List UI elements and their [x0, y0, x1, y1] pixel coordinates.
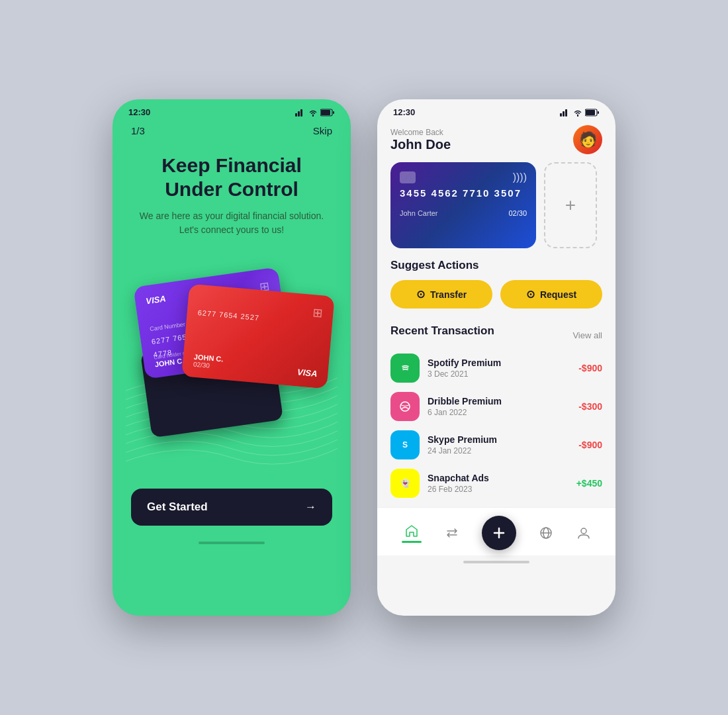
transfer-label: Transfer [430, 289, 467, 300]
snapchat-info: Snapchat Ads 26 Feb 2023 [428, 473, 569, 494]
spotify-icon [390, 354, 420, 383]
spotify-info: Spotify Premium 3 Dec 2021 [428, 358, 570, 379]
bottom-nav [377, 507, 615, 555]
svg-rect-1 [298, 111, 300, 117]
left-phone: 12:30 1/3 Skip Keep Financial Under Cont… [113, 99, 351, 616]
snapchat-amount: +$450 [576, 478, 602, 489]
svg-rect-6 [560, 113, 562, 117]
skype-info: Skype Premium 24 Jan 2022 [428, 434, 570, 455]
svg-rect-4 [321, 110, 330, 115]
cards-area: .wl{fill:none;stroke:rgba(255,255,255,0.… [126, 250, 338, 475]
app-container: 12:30 1/3 Skip Keep Financial Under Cont… [113, 99, 615, 616]
skype-amount: -$900 [578, 440, 602, 450]
skip-button[interactable]: Skip [313, 125, 332, 136]
signal-icon [295, 109, 306, 117]
wifi-icon [308, 109, 318, 117]
main-card-footer: John Carter 02/30 [400, 209, 527, 217]
avatar[interactable]: 🧑 [573, 125, 602, 154]
add-card-icon: + [565, 195, 576, 216]
svg-point-12 [398, 361, 412, 375]
cards-section: )))) 3455 4562 7710 3507 John Carter 02/… [377, 162, 615, 259]
snapchat-date: 26 Feb 2023 [428, 485, 569, 494]
suggest-section: Suggest Actions ⊙ Transfer ⊙ Request [377, 259, 615, 316]
left-time: 12:30 [128, 107, 150, 117]
subtitle: We are here as your digital financial so… [132, 209, 331, 237]
user-info: Welcome Back John Doe [390, 128, 451, 152]
action-buttons: ⊙ Transfer ⊙ Request [390, 280, 602, 309]
nav-profile[interactable] [576, 526, 591, 540]
transfer-button[interactable]: ⊙ Transfer [390, 280, 492, 309]
spotify-date: 3 Dec 2021 [428, 369, 570, 379]
view-all-link[interactable]: View all [572, 330, 602, 340]
skype-date: 24 Jan 2022 [428, 446, 570, 455]
nav-transfer[interactable] [445, 526, 459, 540]
svg-point-21 [581, 528, 586, 534]
transaction-skype: S Skype Premium 24 Jan 2022 -$900 [390, 430, 602, 459]
request-button[interactable]: ⊙ Request [500, 280, 602, 309]
user-name: John Doe [390, 137, 451, 152]
red-card-brand: VISA [297, 367, 318, 379]
red-card-number: 6277 7654 2527 [197, 309, 322, 327]
globe-icon [539, 526, 553, 540]
arrow-icon: → [305, 501, 316, 514]
headline: Keep Financial Under Control [132, 154, 331, 201]
right-status-bar: 12:30 [377, 99, 615, 122]
dribbble-name: Dribble Premium [428, 396, 570, 406]
right-time: 12:30 [393, 107, 415, 117]
battery-icon [320, 109, 335, 117]
home-indicator-dark [463, 561, 529, 563]
avatar-icon: 🧑 [579, 131, 597, 148]
home-icon [404, 524, 419, 538]
add-card-button[interactable]: + [544, 162, 597, 248]
request-label: Request [540, 289, 576, 300]
svg-rect-2 [300, 109, 302, 117]
snapchat-name: Snapchat Ads [428, 473, 569, 483]
top-nav: 1/3 Skip [113, 122, 351, 147]
get-started-label: Get Started [147, 501, 208, 514]
left-status-icons [295, 109, 335, 117]
right-phone: 12:30 Welcome Back John Doe 🧑 )))) 3455 … [377, 99, 615, 616]
transactions-section: Recent Transaction View all Spotify Prem… [377, 316, 615, 498]
profile-icon [576, 526, 591, 540]
request-icon: ⊙ [526, 288, 535, 301]
svg-rect-7 [563, 111, 565, 117]
transaction-spotify: Spotify Premium 3 Dec 2021 -$900 [390, 354, 602, 383]
main-card-holder: John Carter [400, 209, 437, 217]
skype-icon: S [390, 430, 420, 459]
svg-rect-10 [586, 110, 595, 115]
left-bottom-indicator [113, 542, 351, 544]
signal-icon-right [560, 109, 570, 117]
get-started-button[interactable]: Get Started → [131, 489, 332, 526]
spotify-name: Spotify Premium [428, 358, 570, 368]
dribbble-icon [390, 392, 420, 421]
nav-add-button[interactable] [482, 516, 516, 550]
transfer-icon: ⊙ [416, 288, 425, 301]
nav-globe[interactable] [539, 526, 553, 540]
card-chip [400, 171, 416, 183]
plus-icon [491, 525, 507, 541]
nav-home[interactable] [402, 524, 422, 543]
left-status-bar: 12:30 [113, 99, 351, 122]
page-indicator: 1/3 [131, 125, 145, 136]
main-card-expiry: 02/30 [508, 209, 527, 217]
svg-rect-11 [598, 111, 599, 114]
recent-title: Recent Transaction [390, 324, 494, 338]
svg-rect-5 [333, 111, 334, 114]
main-card[interactable]: )))) 3455 4562 7710 3507 John Carter 02/… [390, 162, 536, 248]
transaction-snapchat: 👻 Snapchat Ads 26 Feb 2023 +$450 [390, 469, 602, 498]
battery-icon-right [585, 109, 600, 117]
svg-text:S: S [402, 440, 408, 450]
red-card-holder: JOHN C. 02/30 [193, 353, 223, 371]
home-indicator [199, 542, 265, 544]
right-status-icons [560, 109, 600, 117]
svg-rect-8 [565, 109, 567, 117]
spotify-amount: -$900 [578, 363, 602, 373]
transactions-header: Recent Transaction View all [390, 324, 602, 346]
snapchat-icon: 👻 [390, 469, 420, 498]
skype-name: Skype Premium [428, 434, 570, 445]
right-header: Welcome Back John Doe 🧑 [377, 122, 615, 162]
suggest-title: Suggest Actions [390, 259, 602, 272]
dribbble-amount: -$300 [578, 401, 602, 412]
wifi-icon-right [573, 109, 582, 117]
hero-text: Keep Financial Under Control We are here… [113, 147, 351, 250]
